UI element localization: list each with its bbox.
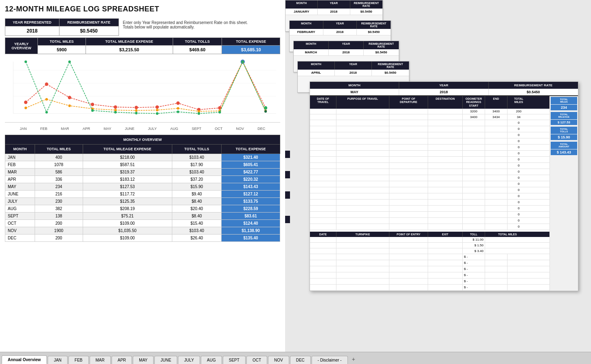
table-row: OCT 200 $109.00 $15.40 $124.40 — [5, 220, 280, 227]
toll-row-3: $ 3.40 — [310, 248, 549, 254]
empty-travel-row: 0 — [310, 132, 549, 138]
tab-indicator-3 — [285, 191, 290, 199]
empty-travel-row: 0 — [310, 212, 549, 218]
col-miles-header: TOTAL MILES — [38, 38, 86, 46]
col-tolls-header: TOTAL TOLLS — [173, 38, 222, 46]
tab-add-button[interactable]: + — [349, 354, 358, 364]
table-row: NOV 1900 $1,035.50 $103.40 $1,138.90 — [5, 227, 280, 235]
svg-point-34 — [135, 112, 138, 114]
svg-point-8 — [91, 103, 94, 106]
empty-toll-row: $ - — [310, 272, 549, 278]
toll-row-1: $ 11.00 — [310, 237, 549, 243]
empty-toll-row: $ - — [310, 254, 549, 260]
empty-toll-row: $ - — [310, 260, 549, 266]
empty-toll-row: $ - — [310, 278, 549, 285]
empty-travel-rows: 000000000000000000 — [310, 120, 549, 230]
tab-jan[interactable]: JAN — [48, 356, 68, 364]
empty-travel-row: 0 — [310, 187, 549, 193]
may-values: MAY 2018 $0.5450 — [310, 89, 578, 96]
empty-travel-row: 0 — [310, 175, 549, 181]
svg-point-35 — [156, 112, 158, 115]
svg-point-17 — [24, 107, 27, 109]
svg-point-18 — [45, 98, 48, 101]
svg-point-19 — [68, 105, 71, 107]
tab-june[interactable]: JUNE — [154, 356, 177, 364]
empty-travel-row: 0 — [310, 206, 549, 212]
page-title: 12-MONTH MILEAGE LOG SPREADSHEET — [5, 5, 280, 13]
svg-point-36 — [177, 110, 179, 113]
svg-point-10 — [135, 106, 138, 109]
tab-bar: Annual OverviewJANFEBMARAPRMAYJUNEJULYAU… — [0, 352, 591, 364]
yearly-tolls: $469.60 — [173, 46, 222, 54]
tab-may[interactable]: MAY — [133, 356, 154, 364]
svg-point-22 — [135, 109, 138, 112]
svg-point-30 — [45, 111, 48, 113]
svg-point-6 — [45, 82, 48, 86]
svg-point-5 — [24, 101, 27, 104]
table-row: SEPT 138 $75.21 $8.40 $83.61 — [5, 213, 280, 220]
empty-travel-row: 0 — [310, 120, 549, 126]
travel-header-row: DATE OFTRAVEL PURPOSE OF TRAVEL POINT OF… — [310, 96, 549, 109]
svg-point-37 — [198, 112, 200, 115]
rate-label: REIMBURSEMENT RATE — [59, 19, 119, 26]
yearly-expense: $3,215.50 — [86, 46, 173, 54]
empty-travel-row: 0 — [310, 126, 549, 132]
empty-travel-row: 0 — [310, 163, 549, 169]
col-total-expense: TOTAL MILEAGE EXPENSE — [83, 145, 172, 154]
chart-month-labels: JAN FEB MAR APR MAY JUNE JULY AUG SEPT O… — [5, 126, 280, 132]
toll-header-row: DATE TURNPIKE POINT OF ENTRY EXIT TOLL T… — [310, 232, 549, 237]
instructions: Enter only Year Represented and Reimburs… — [119, 19, 280, 36]
svg-point-32 — [91, 109, 94, 112]
tabs-container[interactable]: Annual OverviewJANFEBMARAPRMAYJUNEJULYAU… — [2, 352, 349, 364]
year-label: YEAR REPRESENTED — [5, 19, 59, 26]
tab-annual-overview[interactable]: Annual Overview — [2, 355, 47, 364]
svg-point-9 — [114, 105, 117, 109]
tab-indicator-1 — [285, 151, 290, 158]
empty-travel-row: 0 — [310, 145, 549, 151]
svg-point-23 — [156, 109, 158, 111]
year-value[interactable]: 2018 — [5, 26, 59, 36]
yearly-total: $3,685.10 — [222, 46, 280, 54]
tab-feb[interactable]: FEB — [68, 356, 88, 364]
tab-aug[interactable]: AUG — [201, 356, 222, 364]
tab-nov[interactable]: NOV — [268, 356, 289, 364]
stacked-sheets-panel: MONTH YEAR REIMBURSEMENT RATE JANUARY 20… — [285, 0, 591, 352]
tab---disclaimer--[interactable]: - Disclaimer - — [312, 356, 348, 364]
svg-point-38 — [218, 111, 221, 113]
tab-dec[interactable]: DEC — [290, 356, 311, 364]
svg-point-24 — [177, 107, 179, 110]
tab-july[interactable]: JULY — [178, 356, 200, 364]
empty-travel-row: 0 — [310, 224, 549, 230]
tab-apr[interactable]: APR — [112, 356, 132, 364]
summary-boxes: TOTALMILES 234 TOTALMILEAGE $ 127.53 TOT… — [549, 96, 578, 291]
monthly-overview-title: MONTHLY OVERVIEW — [5, 135, 280, 145]
travel-data-row-2: 3400 3434 34 — [310, 114, 549, 120]
table-row: MAR 586 $319.37 $103.40 $422.77 — [5, 169, 280, 176]
may-travel-table: DATE OFTRAVEL PURPOSE OF TRAVEL POINT OF… — [310, 96, 549, 291]
svg-point-12 — [176, 101, 180, 105]
empty-travel-row: 0 — [310, 138, 549, 145]
empty-toll-row: $ - — [310, 285, 549, 291]
rate-value[interactable]: $0.5450 — [59, 26, 119, 36]
empty-travel-row: 0 — [310, 169, 549, 175]
may-header: MONTH YEAR REIMBURSEMENT RATE — [310, 82, 578, 89]
col-total-tolls: TOTAL TOLLS — [172, 145, 222, 154]
empty-travel-row: 0 — [310, 200, 549, 206]
svg-point-29 — [24, 60, 27, 63]
table-row: FEB 1078 $587.51 $17.90 $605.41 — [5, 161, 280, 169]
tab-indicator-4 — [285, 216, 290, 223]
may-travel-section: DATE OFTRAVEL PURPOSE OF TRAVEL POINT OF… — [310, 96, 578, 291]
table-row: AUG 382 $208.19 $20.40 $228.59 — [5, 205, 280, 213]
tab-sept[interactable]: SEPT — [223, 356, 246, 364]
tab-oct[interactable]: OCT — [246, 356, 267, 364]
empty-travel-row: 0 — [310, 151, 549, 157]
svg-point-11 — [156, 105, 159, 109]
tab-mar[interactable]: MAR — [90, 356, 111, 364]
table-row: MAY 234 $127.53 $15.90 $143.43 — [5, 183, 280, 191]
mileage-chart — [5, 57, 280, 123]
yearly-miles: 5900 — [38, 46, 86, 54]
empty-travel-row: 0 — [310, 157, 549, 163]
svg-point-31 — [68, 60, 71, 63]
empty-travel-row: 0 — [310, 218, 549, 224]
table-row: APR 336 $183.12 $37.20 $220.32 — [5, 176, 280, 183]
